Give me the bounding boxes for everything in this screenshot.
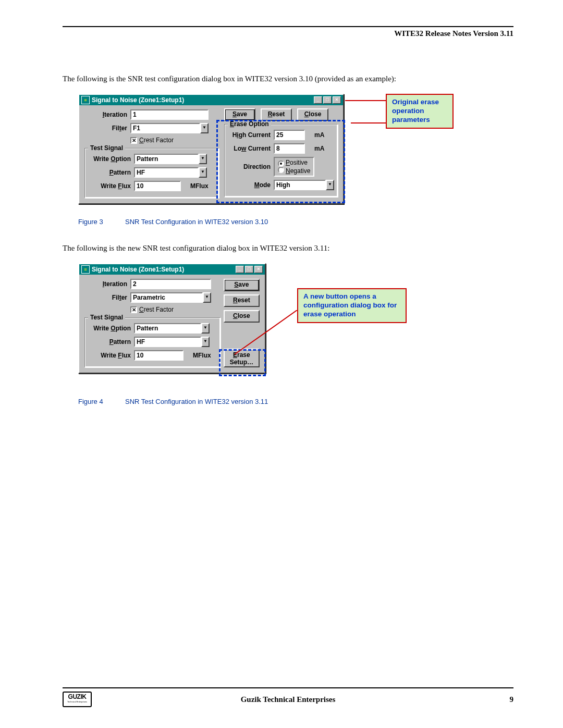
app-icon: ≡: [81, 265, 90, 274]
iteration-input[interactable]: 2: [130, 279, 211, 289]
test-signal-title: Test Signal: [88, 314, 125, 321]
write-flux-input[interactable]: 10: [134, 350, 183, 361]
minimize-button[interactable]: _: [236, 266, 244, 273]
write-flux-label: Write Flux: [88, 352, 134, 359]
dropdown-icon[interactable]: ▼: [199, 167, 207, 178]
close-button[interactable]: ×: [254, 266, 263, 273]
reset-button[interactable]: Reset: [261, 108, 292, 121]
guzik-logo: GUZIK Technical Enterprises: [63, 692, 92, 707]
unit-ma: mA: [314, 145, 324, 152]
dropdown-icon[interactable]: ▼: [201, 323, 210, 334]
dropdown-icon[interactable]: ▼: [201, 337, 210, 347]
callout-connector: [351, 122, 386, 124]
crest-factor-checkbox[interactable]: ✕: [130, 137, 137, 144]
crest-factor-checkbox[interactable]: ✕: [130, 306, 137, 313]
pattern-select[interactable]: HF: [134, 337, 201, 347]
reset-button[interactable]: Reset: [224, 294, 260, 307]
maximize-button[interactable]: □: [323, 96, 332, 104]
snr-dialog-v310: ≡ Signal to Noise (Zone1:Setup1) _ □ × I…: [78, 94, 344, 204]
direction-label: Direction: [228, 163, 274, 170]
save-button[interactable]: Save: [224, 279, 260, 291]
callout-new-button: A new button opens a configuration dialo…: [297, 288, 407, 323]
positive-label: Positive: [286, 159, 308, 166]
dropdown-icon[interactable]: ▼: [200, 123, 209, 133]
crest-factor-label: Crest Factor: [139, 306, 174, 313]
erase-setup-button[interactable]: EraseSetup…: [224, 349, 260, 367]
mode-label: Mode: [228, 181, 274, 189]
footer-company: Guzik Technical Enterprises: [63, 695, 513, 704]
erase-option-title: Erase Option: [228, 120, 271, 128]
dropdown-icon[interactable]: ▼: [326, 180, 334, 190]
write-option-select[interactable]: Pattern: [134, 154, 199, 164]
crest-factor-label: Crest Factor: [139, 137, 174, 144]
low-current-label: Low Current: [228, 145, 274, 152]
write-option-label: Write Option: [88, 325, 134, 332]
callout-original-erase: Original erase operation parameters: [386, 94, 454, 129]
erase-option-group: Erase Option High Current 25 mA Low Curr…: [224, 124, 338, 197]
filter-select[interactable]: Parametric: [130, 292, 203, 303]
positive-radio[interactable]: [278, 161, 284, 167]
mode-select[interactable]: High: [274, 180, 326, 190]
iteration-label: Iteration: [84, 280, 130, 288]
page-number: 9: [510, 695, 514, 704]
write-flux-unit: MFlux: [190, 182, 209, 190]
intro-paragraph-1: The following is the SNR test configurat…: [63, 75, 513, 83]
negative-label: Negative: [286, 167, 310, 175]
write-option-label: Write Option: [88, 155, 134, 163]
app-icon: ≡: [81, 96, 90, 104]
write-flux-label: Write Flux: [88, 182, 134, 190]
write-option-select[interactable]: Pattern: [134, 323, 201, 334]
dropdown-icon[interactable]: ▼: [203, 292, 211, 303]
negative-radio[interactable]: [278, 167, 284, 173]
maximize-button[interactable]: □: [245, 266, 253, 273]
save-button[interactable]: Save: [224, 108, 255, 121]
high-current-label: High Current: [228, 131, 274, 139]
dialog-title: Signal to Noise (Zone1:Setup1): [92, 96, 184, 104]
minimize-button[interactable]: _: [314, 96, 322, 104]
test-signal-group: Test Signal Write Option Pattern ▼ Patte…: [84, 148, 219, 198]
filter-label: Filter: [84, 294, 130, 301]
dialog-title: Signal to Noise (Zone1:Setup1): [92, 266, 184, 273]
write-flux-unit: MFlux: [193, 352, 211, 359]
close-button[interactable]: Close: [224, 310, 260, 323]
iteration-input[interactable]: 1: [130, 109, 209, 120]
page-header: WITE32 Release Notes Version 3.11: [63, 29, 513, 38]
intro-paragraph-2: The following is the new SNR test config…: [63, 244, 513, 253]
figure-3-caption: Figure 3SNR Test Configuration in WITE32…: [78, 218, 513, 226]
close-button[interactable]: ×: [333, 96, 341, 104]
pattern-select[interactable]: HF: [134, 167, 199, 178]
close-button[interactable]: Close: [297, 108, 328, 121]
pattern-label: Pattern: [88, 338, 134, 346]
write-flux-input[interactable]: 10: [134, 181, 181, 191]
high-current-input[interactable]: 25: [274, 130, 305, 140]
snr-dialog-v311: ≡ Signal to Noise (Zone1:Setup1) _ □ × I…: [78, 263, 266, 374]
iteration-label: Iteration: [84, 111, 130, 118]
pattern-label: Pattern: [88, 169, 134, 176]
figure-4-caption: Figure 4SNR Test Configuration in WITE32…: [78, 398, 513, 405]
dropdown-icon[interactable]: ▼: [199, 154, 207, 164]
callout-connector: [345, 100, 386, 101]
test-signal-title: Test Signal: [88, 144, 125, 152]
unit-ma: mA: [314, 131, 324, 139]
low-current-input[interactable]: 8: [274, 143, 305, 154]
filter-select[interactable]: F1: [130, 123, 200, 133]
test-signal-group: Test Signal Write Option Pattern ▼ Patte…: [84, 317, 221, 367]
filter-label: Filter: [84, 125, 130, 132]
